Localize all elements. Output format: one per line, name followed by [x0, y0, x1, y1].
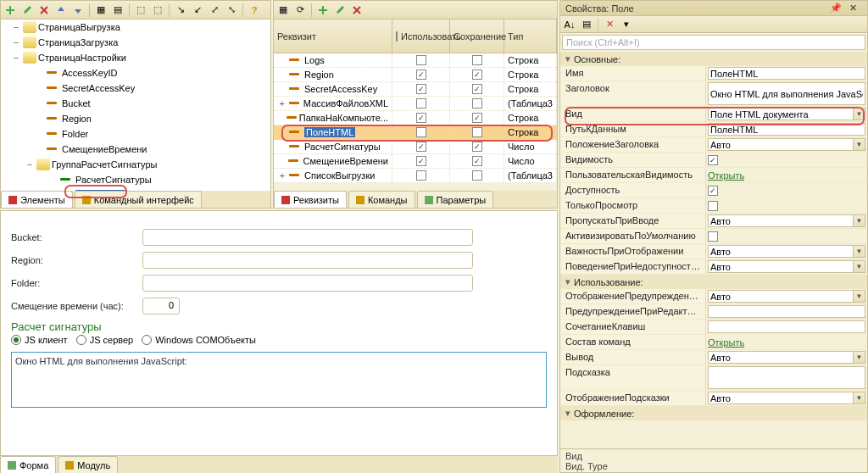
- prop-group[interactable]: ▾Основные:: [560, 52, 867, 66]
- close-icon[interactable]: ✕: [845, 1, 860, 16]
- col-save[interactable]: Сохранение: [450, 19, 504, 53]
- sort-icon[interactable]: A↓: [562, 17, 577, 32]
- tab-params[interactable]: Параметры: [417, 191, 494, 208]
- checkbox[interactable]: ✓: [472, 156, 482, 166]
- prop-value[interactable]: [706, 66, 867, 81]
- prop-value[interactable]: [706, 229, 867, 243]
- grid-row[interactable]: SecretAccessKey✓✓Строка: [274, 82, 557, 97]
- checkbox[interactable]: ✓: [472, 70, 482, 80]
- cat-icon[interactable]: ▤: [579, 17, 594, 32]
- tool-icon[interactable]: ▦: [93, 3, 108, 18]
- tool-icon[interactable]: ⬚: [133, 3, 148, 18]
- prop-value[interactable]: [706, 122, 867, 136]
- edit-icon[interactable]: [332, 3, 348, 18]
- grid-row[interactable]: ПапкаНаКомпьюте...✓✓Строка: [274, 111, 557, 125]
- tool-icon[interactable]: ↙: [190, 3, 205, 18]
- prop-value[interactable]: Авто▼: [706, 244, 867, 259]
- grid-row[interactable]: ПолеHTMLСтрока: [274, 125, 557, 140]
- prop-group[interactable]: ▾Оформление:: [560, 406, 867, 420]
- form-input[interactable]: [142, 275, 473, 292]
- grid-body[interactable]: LogsСтрокаRegion✓✓СтрокаSecretAccessKey✓…: [274, 53, 557, 183]
- up-icon[interactable]: [53, 3, 69, 18]
- form-input[interactable]: [142, 229, 473, 246]
- checkbox[interactable]: [416, 127, 426, 137]
- checkbox[interactable]: [472, 98, 482, 109]
- grid-row[interactable]: +СписокВыгрузки(Таблица3: [274, 169, 557, 183]
- prop-value[interactable]: Открыть: [706, 335, 867, 349]
- checkbox[interactable]: [472, 170, 482, 181]
- checkbox[interactable]: ✓: [416, 70, 426, 80]
- checkbox[interactable]: ✓: [472, 84, 482, 94]
- tree-item[interactable]: РасчетСигнатуры: [1, 172, 270, 187]
- down-icon[interactable]: [70, 3, 86, 18]
- pin-icon[interactable]: 📌: [828, 1, 843, 16]
- tab-reqv[interactable]: Реквизиты: [274, 191, 347, 208]
- grid-row[interactable]: РасчетСигнатуры✓✓Число: [274, 140, 557, 154]
- tree-item[interactable]: −ГруппаРасчетСигнатуры: [1, 157, 270, 172]
- radio-option[interactable]: Windows COMОбъекты: [142, 335, 256, 345]
- prop-value[interactable]: Авто▼: [706, 214, 867, 228]
- prop-value[interactable]: Авто▼: [706, 350, 867, 364]
- radio-option[interactable]: JS клиент: [11, 335, 68, 345]
- prop-value[interactable]: [706, 304, 867, 319]
- tool-icon[interactable]: ↘: [173, 3, 188, 18]
- checkbox[interactable]: [416, 98, 426, 109]
- checkbox[interactable]: [416, 170, 426, 181]
- checkbox[interactable]: ✓: [472, 142, 482, 152]
- prop-value[interactable]: [706, 81, 867, 106]
- prop-group[interactable]: ▾Использование:: [560, 275, 867, 289]
- tree-item[interactable]: Region: [1, 111, 270, 126]
- prop-value[interactable]: Авто▼: [706, 259, 867, 274]
- checkbox[interactable]: ✓: [472, 113, 482, 123]
- tree-item[interactable]: SecretAccessKey: [1, 81, 270, 96]
- grid-row[interactable]: +МассивФайловXML(Таблица3: [274, 97, 557, 111]
- delete-icon[interactable]: [349, 3, 364, 18]
- col-type[interactable]: Тип: [504, 19, 557, 53]
- checkbox[interactable]: ✓: [416, 84, 426, 94]
- prop-value[interactable]: Авто▼: [706, 137, 867, 152]
- cols-icon[interactable]: ▦: [275, 3, 291, 18]
- checkbox[interactable]: ✓: [416, 156, 426, 166]
- tab-form[interactable]: Форма: [0, 456, 56, 473]
- tree[interactable]: −СтраницаВыгрузка−СтраницаЗагрузка−Стран…: [1, 19, 270, 191]
- tab-cmds[interactable]: Команды: [348, 191, 415, 208]
- delete-icon[interactable]: [36, 3, 52, 18]
- prop-value[interactable]: Авто▼: [706, 289, 867, 303]
- grid-row[interactable]: LogsСтрока: [274, 53, 557, 68]
- tree-item[interactable]: −СтраницаЗагрузка: [1, 35, 270, 50]
- prop-value[interactable]: [706, 365, 867, 390]
- prop-value[interactable]: [706, 320, 867, 334]
- tool-icon[interactable]: ▤: [110, 3, 125, 18]
- html-frame[interactable]: Окно HTML для выполнения JavaScript:: [11, 352, 547, 408]
- edit-icon[interactable]: [19, 3, 35, 18]
- checkbox[interactable]: [416, 55, 426, 65]
- radio-option[interactable]: JS сервер: [76, 335, 134, 345]
- tree-item[interactable]: СмещениеВремени: [1, 142, 270, 157]
- tree-item[interactable]: Bucket: [1, 96, 270, 111]
- tab-cmd-interface[interactable]: Командный интерфейс: [75, 191, 202, 208]
- tool-icon[interactable]: ⤢: [207, 3, 222, 18]
- checkbox[interactable]: ✓: [416, 142, 426, 152]
- tab-elements[interactable]: Элементы: [1, 191, 73, 208]
- tab-module[interactable]: Модуль: [58, 456, 118, 473]
- prop-value[interactable]: Открыть: [706, 168, 867, 182]
- chevron-down-icon[interactable]: ▾: [619, 17, 634, 32]
- form-input[interactable]: 0: [142, 298, 180, 314]
- col-reqv[interactable]: Реквизит: [274, 19, 392, 53]
- checkbox[interactable]: ✓: [416, 113, 426, 123]
- help-icon[interactable]: ?: [247, 3, 262, 18]
- grid-row[interactable]: Region✓✓Строка: [274, 68, 557, 82]
- tree-item[interactable]: Folder: [1, 126, 270, 142]
- prop-value[interactable]: [706, 198, 867, 213]
- checkbox[interactable]: [472, 127, 482, 137]
- grid-row[interactable]: СмещениеВремени✓✓Число: [274, 154, 557, 169]
- x-icon[interactable]: ✕: [602, 17, 617, 32]
- props-search[interactable]: Поиск (Ctrl+Alt+I): [562, 35, 865, 50]
- checkbox[interactable]: [472, 55, 482, 65]
- form-input[interactable]: [142, 252, 473, 269]
- plus-icon[interactable]: [3, 3, 18, 18]
- prop-value[interactable]: Поле HTML документа▼: [706, 107, 867, 121]
- tree-item[interactable]: AccessKeyID: [1, 65, 270, 81]
- col-use[interactable]: Использовать: [392, 19, 450, 53]
- tree-item[interactable]: −СтраницаВыгрузка: [1, 19, 270, 35]
